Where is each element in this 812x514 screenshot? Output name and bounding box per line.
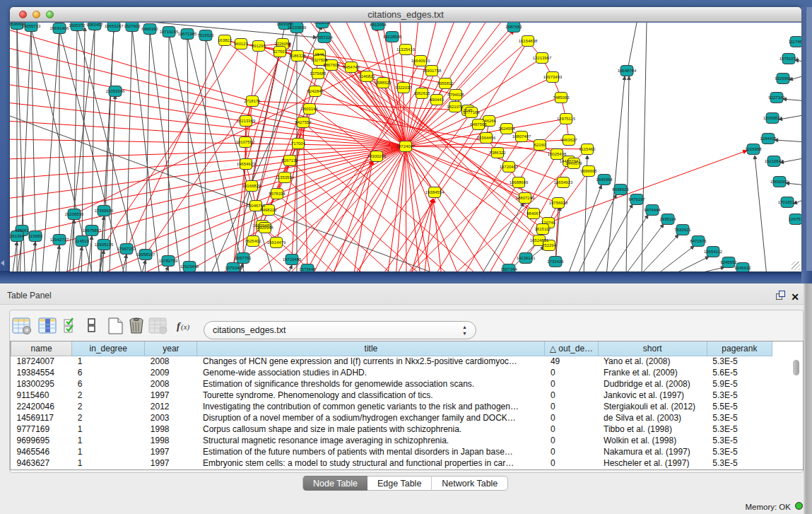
svg-text:18807249: 18807249 xyxy=(516,196,535,200)
svg-text:9463627: 9463627 xyxy=(560,138,577,142)
svg-text:391394: 391394 xyxy=(10,234,25,238)
svg-text:12213369: 12213369 xyxy=(237,119,256,123)
svg-text:2718176: 2718176 xyxy=(244,99,261,103)
svg-text:16524851: 16524851 xyxy=(530,238,549,243)
svg-text:2603144: 2603144 xyxy=(301,107,318,111)
svg-text:10973493: 10973493 xyxy=(543,75,563,79)
svg-text:8454749: 8454749 xyxy=(343,65,360,69)
svg-text:120746: 120746 xyxy=(541,221,556,225)
svg-text:19975867: 19975867 xyxy=(83,228,102,233)
svg-text:12093822: 12093822 xyxy=(763,116,782,120)
svg-text:17016514: 17016514 xyxy=(778,200,797,204)
svg-text:15751074: 15751074 xyxy=(779,57,799,61)
svg-text:16033809: 16033809 xyxy=(288,25,307,30)
svg-text:8427552: 8427552 xyxy=(295,120,312,124)
svg-text:114519: 114519 xyxy=(75,239,89,243)
svg-text:16640910: 16640910 xyxy=(411,59,430,63)
svg-text:9115460: 9115460 xyxy=(579,147,596,151)
svg-text:6479197: 6479197 xyxy=(628,197,645,201)
svg-text:7515526: 7515526 xyxy=(197,33,214,37)
svg-text:17359936: 17359936 xyxy=(95,209,114,213)
svg-text:891295: 891295 xyxy=(252,44,266,48)
svg-text:984067: 984067 xyxy=(526,211,541,216)
svg-text:12942737: 12942737 xyxy=(50,238,69,242)
svg-text:19756928: 19756928 xyxy=(549,201,568,205)
svg-text:20206536: 20206536 xyxy=(65,212,84,216)
svg-text:9227342: 9227342 xyxy=(768,95,785,100)
svg-text:115689: 115689 xyxy=(28,234,42,238)
svg-text:3215958: 3215958 xyxy=(745,147,762,151)
svg-text:16782759: 16782759 xyxy=(159,259,178,263)
svg-text:7485063: 7485063 xyxy=(553,95,570,100)
svg-text:10107552: 10107552 xyxy=(236,140,255,144)
svg-text:7955812: 7955812 xyxy=(437,81,454,86)
svg-text:1615112: 1615112 xyxy=(535,227,552,231)
svg-text:9699695: 9699695 xyxy=(580,169,597,173)
svg-text:252294: 252294 xyxy=(542,243,557,247)
svg-text:2087652: 2087652 xyxy=(505,25,522,29)
svg-text:19716485: 19716485 xyxy=(283,257,302,262)
svg-text:19654923: 19654923 xyxy=(237,162,256,166)
svg-text:5578334: 5578334 xyxy=(269,192,286,196)
svg-text:960123: 960123 xyxy=(234,42,249,46)
svg-text:5322037: 5322037 xyxy=(395,86,412,90)
svg-text:9242843: 9242843 xyxy=(307,89,324,93)
svg-text:12905135: 12905135 xyxy=(95,243,114,247)
svg-text:1449579: 1449579 xyxy=(565,161,582,165)
svg-text:7625402: 7625402 xyxy=(245,239,261,243)
svg-text:1527602: 1527602 xyxy=(124,24,141,28)
svg-text:8186328: 8186328 xyxy=(289,54,306,58)
svg-text:18300295: 18300295 xyxy=(367,154,387,158)
svg-text:435061: 435061 xyxy=(15,228,30,233)
svg-text:1609948: 1609948 xyxy=(257,226,273,230)
svg-text:163822: 163822 xyxy=(218,38,233,42)
svg-text:9245632: 9245632 xyxy=(734,266,751,270)
svg-text:1079348: 1079348 xyxy=(225,266,242,270)
svg-text:1640954: 1640954 xyxy=(596,177,613,182)
svg-text:1557364: 1557364 xyxy=(500,267,517,271)
svg-text:8938923: 8938923 xyxy=(612,187,629,192)
svg-text:9329966: 9329966 xyxy=(775,76,792,81)
svg-text:1733426: 1733426 xyxy=(547,259,564,264)
svg-text:6466160: 6466160 xyxy=(141,27,158,31)
svg-text:15720407: 15720407 xyxy=(500,165,519,169)
svg-text:6794028: 6794028 xyxy=(447,93,464,97)
svg-text:1117463: 1117463 xyxy=(789,40,801,44)
svg-text:2935114: 2935114 xyxy=(660,217,677,221)
svg-text:16648784: 16648784 xyxy=(618,69,637,73)
svg-text:10654112: 10654112 xyxy=(704,250,723,254)
svg-text:12213967: 12213967 xyxy=(533,56,552,60)
svg-text:16901758: 16901758 xyxy=(423,69,442,73)
svg-text:7632621: 7632621 xyxy=(674,228,691,232)
svg-text:9245652: 9245652 xyxy=(720,260,737,264)
svg-text:10653267: 10653267 xyxy=(105,24,124,28)
svg-text:126753: 126753 xyxy=(789,217,801,221)
svg-text:16914479: 16914479 xyxy=(267,240,286,245)
svg-text:8471676: 8471676 xyxy=(690,239,707,243)
svg-text:10807487: 10807487 xyxy=(512,134,531,139)
svg-text:1244415: 1244415 xyxy=(760,136,777,141)
svg-text:19166829: 19166829 xyxy=(242,184,261,188)
svg-text:8413054: 8413054 xyxy=(314,23,331,25)
svg-text:2226058: 2226058 xyxy=(274,42,291,46)
svg-text:9146821: 9146821 xyxy=(358,74,375,78)
svg-text:7357224: 7357224 xyxy=(316,35,333,40)
svg-text:17957253: 17957253 xyxy=(117,247,136,251)
svg-text:18724007: 18724007 xyxy=(396,144,416,148)
svg-text:3375685: 3375685 xyxy=(310,71,326,76)
svg-text:7386322: 7386322 xyxy=(489,151,506,155)
svg-text:1605372: 1605372 xyxy=(69,23,86,28)
svg-text:10719155: 10719155 xyxy=(160,30,179,34)
svg-text:990443: 990443 xyxy=(430,98,445,102)
svg-text:20364456: 20364456 xyxy=(477,136,496,140)
svg-text:12975115: 12975115 xyxy=(557,117,576,121)
svg-text:1573648: 1573648 xyxy=(299,267,316,271)
svg-text:9657791: 9657791 xyxy=(235,256,252,260)
svg-text:19384554: 19384554 xyxy=(425,190,445,194)
svg-text:16671385: 16671385 xyxy=(178,32,197,36)
svg-text:14055713: 14055713 xyxy=(22,24,41,28)
svg-text:527503: 527503 xyxy=(273,49,288,54)
svg-text:14136141: 14136141 xyxy=(517,256,536,260)
svg-text:1362615: 1362615 xyxy=(413,91,430,95)
svg-text:5498222: 5498222 xyxy=(260,208,277,212)
